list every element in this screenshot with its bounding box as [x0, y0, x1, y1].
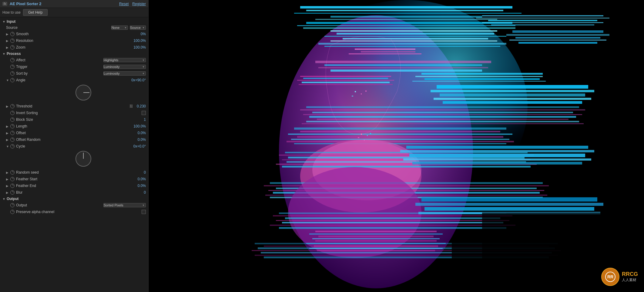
output-arrow: ▼ — [2, 197, 5, 201]
source-dropdown1-wrapper: None Layer 1 — [111, 25, 128, 30]
trigger-select[interactable]: Luminosity Red Green Blue — [103, 65, 146, 69]
svg-rect-77 — [273, 215, 512, 216]
svg-rect-13 — [324, 36, 506, 37]
blur-value: 0 — [144, 190, 146, 195]
svg-rect-110 — [314, 245, 438, 247]
svg-rect-33 — [440, 93, 585, 97]
output-select[interactable]: Sorted Pixels Original Mask — [103, 203, 146, 207]
length-label: Length — [16, 124, 131, 128]
offset-expand[interactable]: ▶ — [6, 131, 9, 135]
blur-expand[interactable]: ▶ — [6, 191, 9, 194]
svg-rect-84 — [415, 203, 603, 206]
svg-rect-31 — [437, 85, 588, 89]
block-size-row: Block Size 1 — [0, 116, 148, 123]
offset-random-expand[interactable]: ▶ — [6, 138, 9, 141]
angle-expand[interactable]: ▼ — [6, 79, 9, 82]
svg-rect-26 — [299, 84, 393, 85]
resolution-expand[interactable]: ▶ — [6, 39, 9, 42]
resolution-row: ▶ Resolution 100.0% — [0, 37, 148, 44]
svg-rect-19 — [324, 64, 482, 66]
cycle-label: Cycle — [16, 144, 131, 148]
threshold-expand[interactable]: ▶ — [6, 105, 9, 108]
random-seed-stopwatch-icon — [10, 170, 15, 175]
svg-rect-46 — [349, 53, 421, 54]
resolution-stopwatch-icon — [10, 39, 15, 43]
header-links: Reset Register — [119, 2, 146, 6]
cycle-expand[interactable]: ▼ — [6, 145, 9, 148]
process-section-label: Process — [7, 52, 21, 56]
random-seed-expand[interactable]: ▶ — [6, 171, 9, 174]
svg-rect-41 — [317, 119, 569, 120]
how-to-use-row: How to use Get Help — [0, 8, 148, 17]
source-dropdown1[interactable]: None Layer 1 — [111, 25, 128, 30]
source-label: Source — [6, 25, 109, 30]
preserve-alpha-checkbox[interactable] — [142, 210, 146, 214]
svg-rect-119 — [361, 93, 362, 94]
cycle-dial[interactable] — [75, 151, 91, 167]
affect-select[interactable]: Highlights Midtones Shadows All — [103, 58, 146, 62]
svg-rect-17 — [324, 46, 500, 47]
feather-start-expand[interactable]: ▶ — [6, 178, 9, 181]
svg-rect-15 — [330, 40, 497, 42]
length-expand[interactable]: ▶ — [6, 125, 9, 128]
svg-rect-23 — [303, 78, 388, 79]
feather-start-row: ▶ Feather Start 0.0% — [0, 176, 148, 182]
svg-rect-11 — [330, 30, 497, 32]
svg-rect-6 — [330, 16, 482, 18]
preserve-alpha-stopwatch-icon — [10, 210, 15, 214]
svg-rect-18 — [315, 61, 491, 63]
svg-rect-16 — [318, 43, 506, 45]
svg-rect-10 — [303, 27, 515, 29]
svg-rect-44 — [355, 49, 415, 50]
trigger-row: Trigger Luminosity Red Green Blue — [0, 63, 148, 70]
zoom-expand[interactable]: ▶ — [6, 46, 9, 49]
get-help-button[interactable]: Get Help — [23, 9, 48, 16]
svg-rect-64 — [400, 150, 594, 152]
svg-rect-63 — [406, 146, 588, 149]
input-section-header[interactable]: ▼ Input — [0, 19, 148, 25]
smooth-expand[interactable]: ▶ — [6, 32, 9, 36]
cycle-stopwatch-icon — [10, 144, 15, 148]
sort-by-select[interactable]: Luminosity Red Hue Saturation — [103, 71, 146, 76]
svg-rect-47 — [294, 127, 506, 130]
angle-dial[interactable] — [75, 85, 91, 100]
svg-rect-14 — [343, 38, 488, 39]
source-dropdown2[interactable]: Source Effect — [130, 25, 146, 30]
feather-end-row: ▶ Feather End 0.0% — [0, 182, 148, 189]
process-section-header[interactable]: ▼ Process — [0, 51, 148, 57]
svg-rect-80 — [282, 222, 503, 223]
random-seed-label: Random seed — [16, 170, 141, 175]
svg-rect-48 — [300, 131, 500, 132]
svg-rect-114 — [367, 135, 368, 136]
cycle-row: ▼ Cycle 0x+0.0° — [0, 143, 148, 150]
watermark-line2: 人人素材 — [622, 277, 638, 283]
svg-rect-28 — [415, 76, 543, 77]
svg-rect-103 — [491, 24, 594, 25]
svg-rect-40 — [309, 116, 576, 118]
svg-rect-27 — [421, 73, 543, 75]
offset-random-value: 0.0% — [138, 138, 146, 142]
register-link[interactable]: Register — [132, 2, 146, 6]
output-section-header[interactable]: ▼ Output — [0, 196, 148, 202]
resolution-value: 100.0% — [133, 39, 146, 43]
invert-sorting-checkbox[interactable] — [142, 111, 146, 115]
preserve-alpha-row: Preserve alpha channel — [0, 209, 148, 215]
svg-rect-38 — [312, 112, 573, 113]
feather-end-value: 0.0% — [138, 184, 146, 188]
svg-rect-39 — [303, 114, 582, 115]
svg-rect-65 — [409, 154, 585, 157]
watermark: RR RRCG 人人素材 — [601, 268, 638, 286]
svg-rect-3 — [300, 6, 512, 8]
offset-random-row: ▶ Offset Random 0.0% — [0, 136, 148, 143]
chain-link-icon: ⛓ — [129, 104, 133, 108]
feather-end-expand[interactable]: ▶ — [6, 184, 9, 188]
svg-rect-97 — [509, 39, 606, 41]
smooth-row: ▶ Smooth 0% — [0, 31, 148, 37]
offset-value: 0.0% — [138, 131, 146, 135]
resolution-label: Resolution — [16, 39, 131, 43]
reset-link[interactable]: Reset — [119, 2, 129, 6]
fx-badge: fx — [2, 2, 7, 6]
svg-rect-37 — [300, 109, 585, 110]
threshold-label: Threshold — [16, 104, 128, 108]
cycle-value: 0x+0.0° — [133, 144, 146, 148]
